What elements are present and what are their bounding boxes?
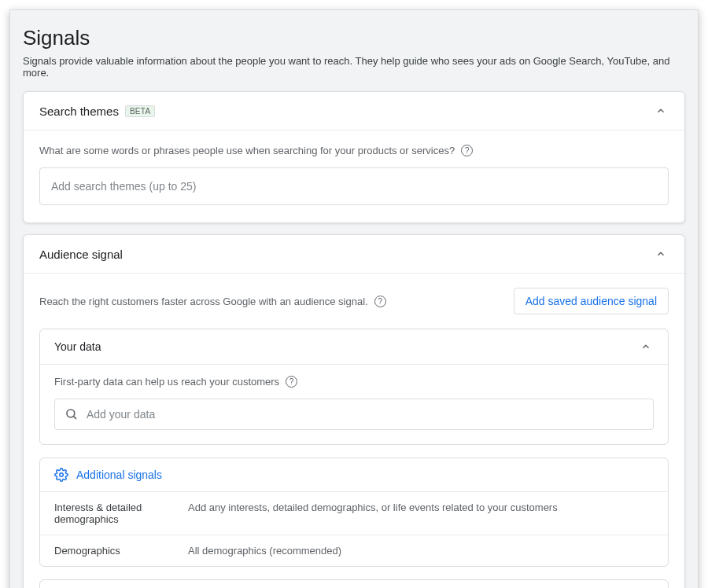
svg-point-0	[67, 410, 75, 417]
search-themes-input[interactable]	[39, 167, 669, 205]
chevron-up-icon[interactable]	[653, 103, 669, 119]
help-icon[interactable]: ?	[286, 376, 297, 388]
your-data-card: Your data First-party data can help us r…	[39, 329, 669, 445]
audience-signal-title: Audience signal	[39, 248, 123, 261]
your-data-body: First-party data can help us reach your …	[40, 365, 668, 444]
search-icon	[65, 407, 79, 421]
help-icon[interactable]: ?	[374, 296, 386, 307]
audience-name-row[interactable]: Audience name Add a name for your audien…	[39, 579, 669, 588]
search-themes-card: Search themes BETA What are some words o…	[23, 91, 685, 223]
search-themes-body: What are some words or phrases people us…	[24, 130, 684, 222]
your-data-prompt: First-party data can help us reach your …	[54, 376, 279, 388]
add-saved-audience-button[interactable]: Add saved audience signal	[514, 288, 669, 314]
gear-icon	[54, 468, 68, 482]
additional-signals-card: Additional signals Interests & detailed …	[39, 458, 669, 567]
audience-signal-body: Reach the right customers faster across …	[24, 274, 684, 588]
beta-badge: BETA	[125, 105, 156, 117]
signal-row-label: Interests & detailed demographics	[54, 502, 188, 525]
page-description: Signals provide valuable information abo…	[23, 55, 685, 79]
chevron-up-icon[interactable]	[653, 246, 669, 262]
search-themes-header[interactable]: Search themes BETA	[24, 92, 684, 130]
signals-panel: Signals Signals provide valuable informa…	[9, 9, 699, 588]
your-data-header[interactable]: Your data	[40, 329, 668, 365]
your-data-title: Your data	[54, 340, 101, 353]
audience-signal-card: Audience signal Reach the right customer…	[23, 234, 685, 588]
audience-signal-prompt: Reach the right customers faster across …	[39, 296, 368, 307]
svg-line-1	[73, 416, 76, 419]
signal-row-interests[interactable]: Interests & detailed demographics Add an…	[40, 492, 668, 535]
signal-row-label: Demographics	[54, 545, 188, 557]
audience-signal-header[interactable]: Audience signal	[24, 235, 684, 274]
search-themes-prompt: What are some words or phrases people us…	[39, 145, 455, 156]
additional-signals-title: Additional signals	[76, 469, 162, 481]
help-icon[interactable]: ?	[461, 145, 473, 156]
chevron-up-icon[interactable]	[638, 339, 654, 355]
additional-signals-header[interactable]: Additional signals	[40, 458, 668, 492]
signal-row-value: All demographics (recommended)	[188, 545, 341, 557]
search-themes-title: Search themes	[39, 105, 119, 118]
page-title: Signals	[23, 26, 685, 50]
svg-point-2	[60, 473, 64, 477]
signal-row-value: Add any interests, detailed demographics…	[188, 502, 558, 525]
signal-row-demographics[interactable]: Demographics All demographics (recommend…	[40, 535, 668, 566]
your-data-input[interactable]	[87, 408, 643, 421]
your-data-search-wrap[interactable]	[54, 399, 654, 430]
